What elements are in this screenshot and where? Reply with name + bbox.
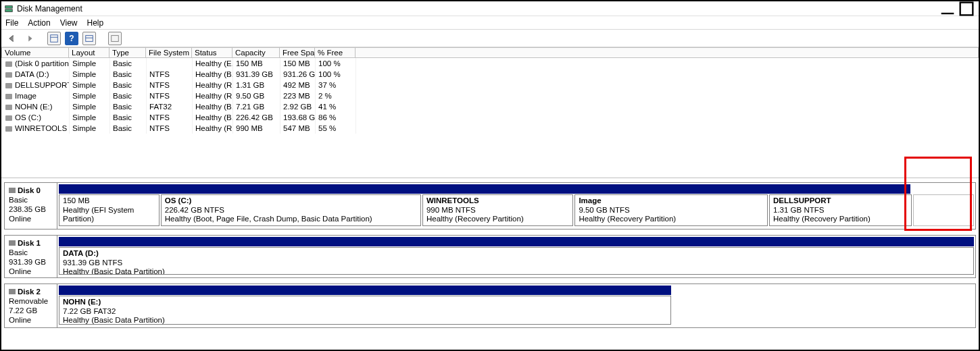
cell: WINRETOOLS [1, 123, 69, 134]
disk-icon [9, 240, 16, 246]
maximize-button[interactable] [957, 3, 976, 15]
col-layout[interactable]: Layout [69, 47, 109, 58]
disk-size: 238.35 GB [9, 205, 53, 214]
partition[interactable]: OS (C:)226.42 GB NTFSHealthy (Boot, Page… [161, 194, 421, 226]
toolbar-button-3[interactable] [108, 32, 122, 45]
partition[interactable]: Image9.50 GB NTFSHealthy (Recovery Parti… [574, 194, 768, 226]
partition-header-strip [59, 237, 974, 246]
disk-state: Online [9, 214, 53, 223]
col-filesystem[interactable]: File System [146, 47, 192, 58]
cell: Healthy (R... [192, 80, 232, 90]
partition-title: WINRETOOLS [426, 196, 569, 206]
partition-size: 150 MB [63, 196, 155, 206]
cell: 41 % [315, 101, 356, 112]
disk-block: Disk 1Basic931.39 GBOnlineDATA (D:)931.3… [4, 235, 976, 278]
cell [356, 101, 979, 112]
cell: NTFS [146, 69, 192, 80]
col-type[interactable]: Type [109, 47, 146, 58]
menu-action[interactable]: Action [28, 18, 50, 28]
cell: DATA (D:) [1, 69, 69, 80]
disk-type: Basic [9, 248, 53, 257]
back-button[interactable] [5, 32, 19, 45]
volume-icon [5, 83, 12, 88]
partition-size: 931.39 GB NTFS [63, 259, 970, 268]
cell: 7.21 GB [232, 101, 280, 112]
cell: Healthy (E... [192, 58, 232, 69]
forward-button[interactable] [23, 32, 36, 45]
cell: 492 MB [280, 80, 315, 90]
svg-rect-0 [5, 5, 13, 8]
svg-rect-6 [86, 35, 93, 41]
table-row[interactable]: ImageSimpleBasicNTFSHealthy (R...9.50 GB… [1, 90, 979, 101]
menu-bar: File Action View Help [1, 16, 979, 30]
cell: Healthy (B... [192, 69, 232, 80]
disk-type: Removable [9, 296, 53, 306]
table-row[interactable]: OS (C:)SimpleBasicNTFSHealthy (B...226.4… [1, 112, 979, 123]
menu-help[interactable]: Help [87, 18, 104, 28]
disk-type: Basic [9, 195, 53, 205]
partition-size: 9.50 GB NTFS [579, 206, 764, 215]
cell: Basic [109, 112, 146, 123]
cell: 931.39 GB [232, 69, 280, 80]
partition-title: NOHN (E:) [63, 298, 667, 307]
cell: 1.31 GB [232, 80, 280, 90]
partition-status: Healthy (Recovery Partition) [426, 215, 569, 224]
cell: NTFS [146, 112, 192, 123]
partition[interactable]: DATA (D:)931.39 GB NTFSHealthy (Basic Da… [59, 247, 974, 275]
svg-rect-8 [112, 35, 119, 41]
partition[interactable]: WINRETOOLS990 MB NTFSHealthy (Recovery P… [422, 194, 573, 226]
partition[interactable]: 150 MBHealthy (EFI System Partition) [59, 194, 160, 226]
partition-header-strip [59, 286, 671, 295]
cell [356, 80, 979, 90]
disk-info[interactable]: Disk 1Basic931.39 GBOnline [5, 236, 57, 277]
cell: 2 % [315, 90, 356, 101]
table-row[interactable]: (Disk 0 partition 1)SimpleBasicHealthy (… [1, 58, 979, 69]
unallocated-space[interactable] [913, 194, 974, 226]
toolbar-button-1[interactable] [47, 32, 61, 45]
cell [356, 123, 979, 134]
partition-size: 1.31 GB NTFS [773, 206, 908, 215]
volume-icon [5, 126, 12, 132]
volume-icon [5, 72, 12, 78]
cell: 150 MB [232, 58, 280, 69]
disk-state: Online [9, 315, 53, 325]
disk-info[interactable]: Disk 0Basic238.35 GBOnline [5, 183, 57, 229]
menu-file[interactable]: File [5, 18, 18, 28]
cell: NOHN (E:) [1, 101, 69, 112]
col-pctfree[interactable]: % Free [315, 47, 356, 58]
table-row[interactable]: DATA (D:)SimpleBasicNTFSHealthy (B...931… [1, 69, 979, 80]
partition[interactable]: NOHN (E:)7.22 GB FAT32Healthy (Basic Dat… [59, 296, 671, 325]
disk-info[interactable]: Disk 2Removable7.22 GBOnline [5, 284, 57, 327]
app-icon [4, 4, 14, 14]
cell: Healthy (R... [192, 123, 232, 134]
partition[interactable]: DELLSUPPORT1.31 GB NTFSHealthy (Recovery… [769, 194, 912, 226]
table-row[interactable]: NOHN (E:)SimpleBasicFAT32Healthy (B...7.… [1, 101, 979, 112]
col-status[interactable]: Status [192, 47, 232, 58]
cell: 2.92 GB [280, 101, 315, 112]
disk-partitions: NOHN (E:)7.22 GB FAT32Healthy (Basic Dat… [57, 284, 672, 327]
cell: Healthy (B... [192, 112, 232, 123]
help-button[interactable]: ? [65, 32, 78, 45]
cell: 931.26 GB [280, 69, 315, 80]
cell: Image [1, 90, 69, 101]
table-header: Volume Layout Type File System Status Ca… [1, 47, 979, 58]
cell: 193.68 GB [280, 112, 315, 123]
partition-header-strip [59, 184, 910, 194]
partition-title: Image [579, 196, 764, 206]
menu-view[interactable]: View [60, 18, 78, 28]
toolbar-button-2[interactable] [82, 32, 96, 45]
minimize-button[interactable] [938, 3, 957, 15]
cell: 37 % [315, 80, 356, 90]
svg-rect-1 [5, 9, 13, 11]
cell: NTFS [146, 90, 192, 101]
table-row[interactable]: DELLSUPPORTSimpleBasicNTFSHealthy (R...1… [1, 80, 979, 90]
table-row[interactable]: WINRETOOLSSimpleBasicNTFSHealthy (R...99… [1, 123, 979, 134]
cell [356, 58, 979, 69]
disk-partitions: 150 MBHealthy (EFI System Partition)OS (… [57, 183, 975, 229]
volume-table: Volume Layout Type File System Status Ca… [1, 47, 979, 178]
disk-icon [9, 289, 16, 294]
col-freespace[interactable]: Free Spa... [280, 47, 315, 58]
col-capacity[interactable]: Capacity [232, 47, 280, 58]
col-volume[interactable]: Volume [1, 47, 69, 58]
disk-state: Online [9, 267, 53, 276]
